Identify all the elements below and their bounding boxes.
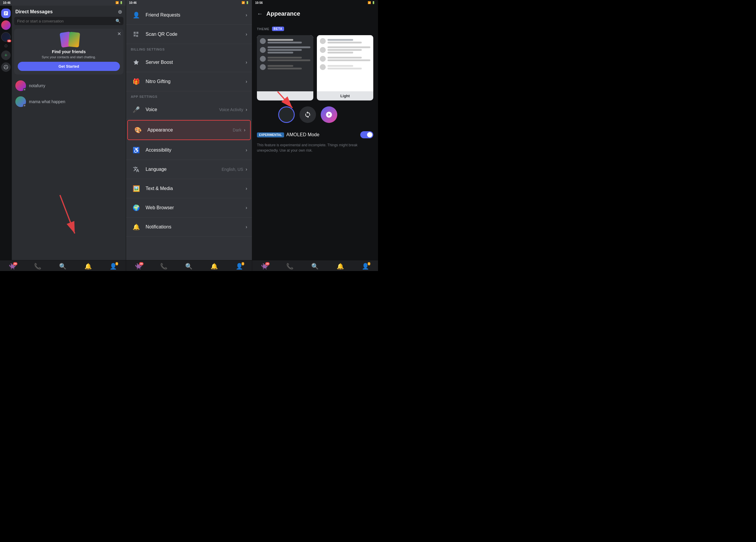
- status-bar-3: 10:56 📶🔋: [252, 0, 378, 6]
- preview-row-1: [260, 38, 310, 44]
- search-bar[interactable]: 🔍: [14, 17, 123, 25]
- preview-line: [268, 42, 302, 43]
- home-nav[interactable]: 👾 30: [9, 263, 16, 270]
- profile-nav-2[interactable]: 👤 !: [236, 263, 243, 270]
- notifications-item[interactable]: 🔔 Notifications ›: [126, 217, 252, 237]
- nitro-gifting-label: Nitro Gifting: [146, 79, 246, 84]
- arrow-area-1: [12, 109, 126, 260]
- preview-avatar-l2: [320, 47, 326, 53]
- voice-label: Voice: [146, 107, 219, 112]
- dm-item-1[interactable]: notafurry: [13, 78, 125, 93]
- search-nav[interactable]: 🔍: [59, 263, 66, 270]
- nitro-gifting-item[interactable]: 🎁 Nitro Gifting ›: [126, 72, 252, 91]
- preview-lines-l2: [328, 46, 370, 53]
- preview-line: [268, 39, 293, 41]
- dark-color-circle[interactable]: [257, 106, 273, 123]
- voice-nav[interactable]: 📞: [34, 263, 41, 270]
- friends-art: [18, 32, 120, 47]
- web-browser-icon: 🌍: [131, 202, 141, 213]
- profile-nav-3[interactable]: 👤 !: [362, 263, 369, 270]
- language-item[interactable]: Language English, US ›: [126, 160, 252, 179]
- find-friends-subtitle: Sync your contacts and start chatting.: [18, 55, 120, 59]
- accessibility-label: Accessibility: [146, 147, 246, 153]
- amoled-description: This feature is experimental and incompl…: [257, 142, 373, 153]
- friend-requests-item[interactable]: 👤 Friend Requests ›: [126, 6, 252, 25]
- preview-lines-4: [268, 65, 310, 69]
- dm-avatar-1: [15, 80, 26, 91]
- dm-panel: Direct Messages ⊕ 🔍 ✕ Find your friends …: [12, 6, 126, 260]
- notifications-nav-2[interactable]: 🔔: [211, 263, 218, 270]
- voice-item[interactable]: 🎤 Voice Voice Activity ›: [126, 100, 252, 119]
- home-nav-3[interactable]: 👾 30: [261, 263, 268, 270]
- preview-line: [268, 49, 302, 51]
- time-3: 10:56: [255, 1, 263, 4]
- get-started-button[interactable]: Get Started: [18, 62, 120, 71]
- new-dm-button[interactable]: ⊕: [118, 9, 122, 15]
- notifications-nav[interactable]: 🔔: [84, 263, 92, 270]
- explore-servers-icon[interactable]: [1, 62, 11, 72]
- server-avatar-2[interactable]: 30: [1, 32, 11, 42]
- light-theme-card[interactable]: Light: [317, 35, 373, 100]
- back-button[interactable]: ←: [257, 10, 263, 17]
- text-media-icon: 🖼️: [131, 183, 141, 194]
- preview-lines: [268, 39, 310, 43]
- server-boost-item[interactable]: Server Boost ›: [126, 53, 252, 72]
- add-server-button[interactable]: +: [1, 51, 11, 60]
- preview-avatar-l4: [320, 64, 326, 70]
- preview-line: [328, 65, 353, 67]
- notifications-nav-3[interactable]: 🔔: [337, 263, 344, 270]
- scan-qr-item[interactable]: Scan QR Code ›: [126, 25, 252, 44]
- status-dot-1: [23, 88, 26, 91]
- text-media-item[interactable]: 🖼️ Text & Media ›: [126, 179, 252, 198]
- status-bar-1: 10:46 📶🔋: [0, 0, 126, 6]
- voice-nav-3[interactable]: 📞: [286, 263, 294, 270]
- accessibility-item[interactable]: ♿ Accessibility ›: [126, 141, 252, 160]
- chevron-icon-5: ›: [246, 107, 247, 112]
- svg-point-3: [6, 67, 7, 68]
- settings-list: 👤 Friend Requests › Scan QR Code › BILLI…: [126, 6, 252, 260]
- amoled-toggle[interactable]: [360, 131, 373, 138]
- preview-lines-l3: [328, 57, 370, 61]
- profile-nav[interactable]: 👤 !: [110, 263, 117, 270]
- billing-section-header: BILLING SETTINGS: [126, 44, 252, 53]
- appearance-icon: 🎨: [133, 125, 143, 135]
- voice-nav-2[interactable]: 📞: [160, 263, 167, 270]
- nitro-color-circle[interactable]: [321, 106, 337, 123]
- appearance-value: Dark: [233, 128, 242, 132]
- status-icons-3: 📶🔋: [368, 1, 375, 4]
- panel-1: 10:46 📶🔋 30 ⓘ + Direct: [0, 0, 126, 271]
- preview-line: [268, 59, 310, 61]
- voice-value: Voice Activity: [219, 107, 243, 112]
- preview-avatar-3: [260, 56, 266, 62]
- search-nav-3[interactable]: 🔍: [311, 263, 319, 270]
- search-input[interactable]: [17, 19, 113, 23]
- search-nav-2[interactable]: 🔍: [185, 263, 193, 270]
- svg-point-2: [4, 67, 5, 68]
- svg-line-7: [278, 92, 292, 108]
- preview-line: [268, 68, 302, 69]
- preview-line: [268, 57, 302, 58]
- preview-row-l3: [320, 56, 370, 62]
- appearance-item[interactable]: 🎨 Appearance Dark ›: [127, 120, 251, 140]
- beta-badge: BETA: [272, 27, 284, 31]
- server-boost-icon: [131, 57, 141, 68]
- accessibility-icon: ♿: [131, 145, 141, 155]
- dm-title: Direct Messages: [15, 9, 53, 14]
- server-avatar-1[interactable]: [1, 20, 11, 30]
- discord-home-icon[interactable]: [1, 9, 11, 18]
- app-section-header: APP SETTINGS: [126, 91, 252, 100]
- language-value: English, US: [222, 167, 243, 172]
- find-friends-title: Find your friends: [18, 49, 120, 54]
- preview-lines-l4: [328, 65, 370, 69]
- notifications-label: Notifications: [146, 224, 246, 229]
- appearance-title: Appearance: [266, 10, 300, 17]
- preview-avatar-l3: [320, 56, 326, 62]
- preview-line: [268, 65, 293, 67]
- close-button[interactable]: ✕: [117, 31, 121, 37]
- preview-avatar: [260, 38, 266, 44]
- web-browser-label: Web Browser: [146, 205, 246, 210]
- dm-item-2[interactable]: mama what happen: [13, 94, 125, 109]
- text-media-label: Text & Media: [146, 186, 246, 191]
- web-browser-item[interactable]: 🌍 Web Browser ›: [126, 198, 252, 217]
- home-nav-2[interactable]: 👾 30: [135, 263, 142, 270]
